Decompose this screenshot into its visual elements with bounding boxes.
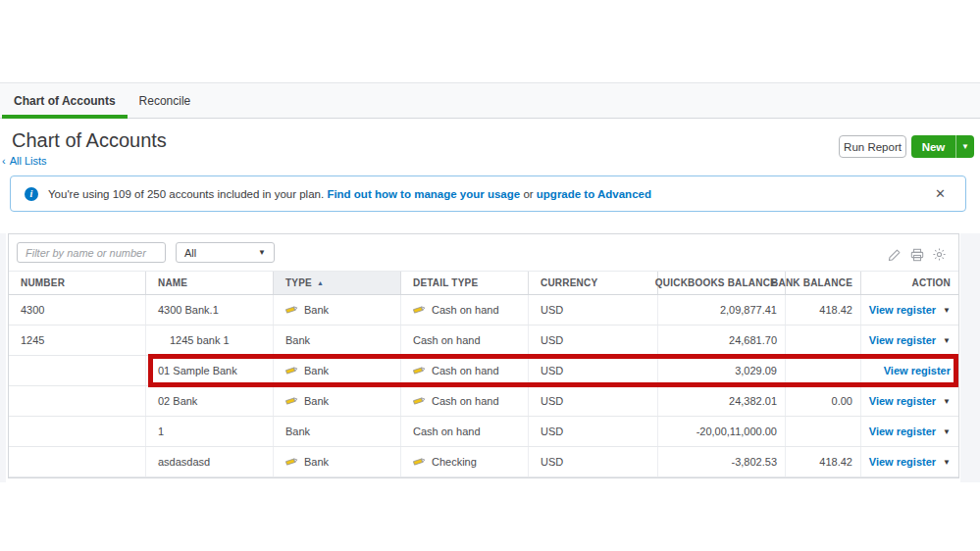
cell-name: 4300 Bank.1 [146, 295, 274, 325]
account-edit-icon [285, 366, 298, 376]
cell-quickbooks-balance: -3,802.53 [658, 447, 786, 476]
cell-name: asdasdasd [146, 447, 274, 476]
page-gutter-right [960, 233, 980, 482]
chevron-down-icon[interactable]: ▼ [943, 397, 951, 406]
cell-name: 02 Bank [146, 386, 274, 416]
cell-currency: USD [529, 326, 658, 355]
cell-bank-balance [786, 326, 861, 355]
cell-detail-type: Cash on hand [401, 356, 529, 385]
column-header-currency[interactable]: CURRENCY [529, 272, 658, 294]
chevron-down-icon[interactable]: ▼ [943, 336, 951, 345]
page-title: Chart of Accounts [12, 129, 167, 152]
cell-action: View register▼ [861, 295, 958, 325]
table-row: 01 Sample BankBankCash on handUSD3,029.0… [9, 356, 958, 386]
cell-number [9, 417, 146, 446]
table-toolbar-icons [887, 247, 947, 262]
new-button-label: New [911, 141, 955, 153]
cell-name: 01 Sample Bank [146, 356, 274, 385]
tab-reconcile[interactable]: Reconcile [128, 83, 203, 118]
all-lists-link[interactable]: ‹ All Lists [2, 155, 47, 167]
cell-action: View register [861, 356, 958, 385]
table-row: 1BankCash on handUSD-20,00,11,000.00View… [9, 417, 958, 447]
cell-type: Bank [274, 295, 401, 325]
cell-type: Bank [274, 386, 401, 416]
cell-action: View register▼ [861, 447, 958, 476]
page-gutter-left [0, 233, 6, 482]
cell-quickbooks-balance: 2,09,877.41 [658, 295, 786, 325]
view-register-link[interactable]: View register [869, 426, 936, 437]
new-button[interactable]: New ▼ [911, 135, 974, 158]
table-row: 43004300 Bank.1BankCash on handUSD2,09,8… [9, 295, 958, 326]
cell-number: 4300 [9, 295, 146, 325]
run-report-button[interactable]: Run Report [839, 135, 906, 158]
cell-currency: USD [529, 447, 658, 476]
cell-bank-balance: 418.42 [786, 447, 861, 476]
table-row: 12451245 bank 1BankCash on handUSD24,681… [9, 326, 958, 356]
cell-number [9, 447, 146, 476]
sort-ascending-icon: ▲ [317, 279, 324, 286]
table-header-row: NUMBER NAME TYPE ▲ DETAIL TYPE CURRENCY … [9, 271, 958, 295]
cell-number [9, 356, 146, 385]
view-register-link[interactable]: View register [869, 334, 936, 346]
tab-label: Reconcile [139, 94, 191, 108]
print-icon[interactable] [909, 247, 924, 262]
account-edit-icon [413, 305, 426, 315]
table-body: 43004300 Bank.1BankCash on handUSD2,09,8… [9, 295, 958, 477]
cell-name: 1 [146, 417, 274, 446]
tab-bar: Chart of Accounts Reconcile [0, 82, 980, 119]
cell-detail-type: Cash on hand [401, 295, 529, 325]
filter-input[interactable] [17, 242, 166, 263]
tab-chart-of-accounts[interactable]: Chart of Accounts [2, 83, 128, 118]
chevron-down-icon[interactable]: ▼ [956, 142, 974, 151]
gear-icon[interactable] [932, 247, 947, 262]
cell-number [9, 386, 146, 416]
chevron-down-icon[interactable]: ▼ [943, 306, 951, 315]
account-edit-icon [413, 457, 426, 467]
view-register-link[interactable]: View register [869, 395, 936, 407]
run-report-label: Run Report [844, 141, 902, 153]
chevron-down-icon: ▼ [258, 248, 266, 257]
all-lists-label: All Lists [10, 155, 47, 167]
cell-detail-type: Cash on hand [401, 386, 529, 416]
cell-name: 1245 bank 1 [146, 326, 274, 355]
chevron-down-icon[interactable]: ▼ [943, 458, 951, 467]
cell-action: View register▼ [861, 417, 958, 446]
close-icon[interactable]: ✕ [929, 184, 952, 203]
column-header-type[interactable]: TYPE ▲ [274, 272, 401, 294]
cell-currency: USD [529, 386, 658, 416]
edit-pencil-icon[interactable] [887, 247, 902, 262]
account-edit-icon [285, 305, 298, 315]
cell-detail-type: Cash on hand [401, 417, 529, 446]
cell-quickbooks-balance: 24,382.01 [658, 386, 786, 416]
table-row: asdasdasdBankCheckingUSD-3,802.53418.42V… [9, 447, 958, 477]
view-register-link[interactable]: View register [884, 365, 951, 376]
cell-currency: USD [529, 295, 658, 325]
cell-bank-balance [786, 356, 861, 385]
filter-type-dropdown[interactable]: All ▼ [176, 242, 275, 263]
cell-detail-type: Cash on hand [401, 326, 529, 355]
column-header-number[interactable]: NUMBER [9, 272, 146, 294]
tab-label: Chart of Accounts [14, 94, 116, 108]
view-register-link[interactable]: View register [869, 456, 936, 468]
usage-banner: i You're using 109 of 250 accounts inclu… [10, 175, 966, 212]
chevron-left-icon: ‹ [2, 155, 6, 167]
column-header-quickbooks-balance[interactable]: QUICKBOOKS BALANCE [658, 272, 786, 294]
cell-currency: USD [529, 417, 658, 446]
banner-conjunction: or [523, 188, 533, 200]
chevron-down-icon[interactable]: ▼ [943, 427, 951, 436]
account-edit-icon [413, 366, 426, 376]
info-icon: i [25, 187, 38, 201]
cell-quickbooks-balance: 3,029.09 [658, 356, 786, 385]
cell-type: Bank [274, 417, 401, 446]
cell-type: Bank [274, 447, 401, 476]
column-header-name[interactable]: NAME [146, 272, 274, 294]
view-register-link[interactable]: View register [869, 304, 936, 316]
column-header-detail-type[interactable]: DETAIL TYPE [401, 272, 529, 294]
column-header-action[interactable]: ACTION [861, 272, 958, 294]
cell-detail-type: Checking [401, 447, 529, 476]
column-header-bank-balance[interactable]: BANK BALANCE [786, 272, 861, 294]
cell-bank-balance: 0.00 [786, 386, 861, 416]
manage-usage-link[interactable]: Find out how to manage your usage [327, 188, 520, 200]
table-row: 02 BankBankCash on handUSD24,382.010.00V… [9, 386, 958, 417]
upgrade-advanced-link[interactable]: upgrade to Advanced [537, 188, 651, 200]
